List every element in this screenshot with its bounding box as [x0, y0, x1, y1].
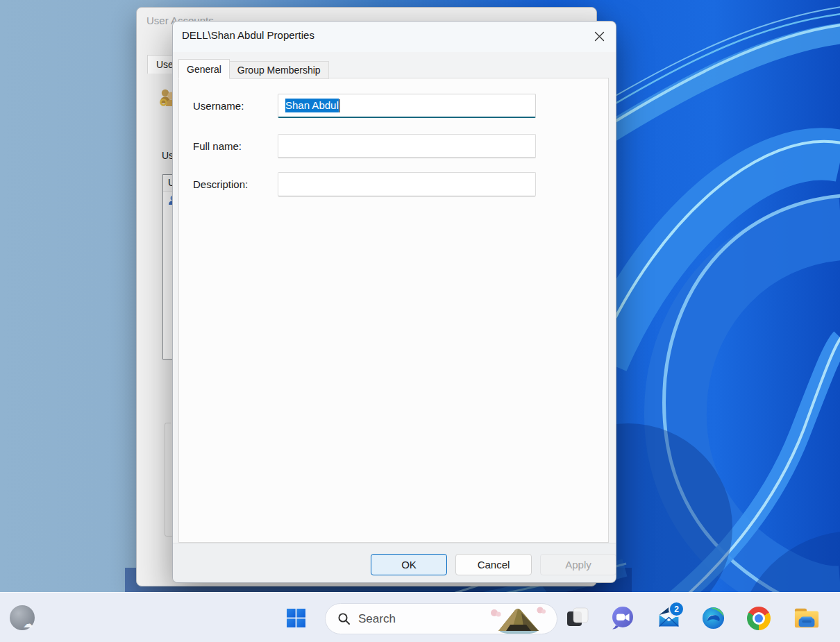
close-button[interactable] [587, 24, 612, 49]
general-tab-panel: Username: Shan Abdul Full name: Descript… [178, 78, 609, 543]
dialog-titlebar[interactable]: DELL\Shan Abdul Properties [173, 22, 616, 52]
search-highlight-mountain-image [485, 604, 551, 634]
tab-group-membership[interactable]: Group Membership [230, 61, 329, 79]
close-icon [593, 30, 606, 43]
search-input[interactable] [357, 611, 464, 627]
cloud-icon: ☁ [23, 618, 33, 629]
cancel-button[interactable]: Cancel [455, 554, 532, 575]
text-caret [339, 99, 340, 112]
dialog-button-strip: OK Cancel Apply [173, 543, 616, 583]
chat-video-icon [610, 605, 635, 630]
desktop: User Accounts Users Users for this compu… [0, 0, 840, 642]
teams-chat-button[interactable] [610, 605, 635, 630]
edge-icon [701, 606, 725, 630]
taskbar: ☁ [0, 592, 840, 642]
description-input[interactable] [278, 172, 536, 196]
taskbar-search-box[interactable] [325, 603, 557, 634]
full-name-input[interactable] [278, 134, 536, 158]
dialog-title: DELL\Shan Abdul Properties [182, 29, 314, 41]
task-view-icon [566, 605, 589, 629]
mail-unread-badge: 2 [669, 601, 684, 617]
start-button[interactable] [286, 609, 305, 628]
full-name-label: Full name: [193, 140, 242, 152]
username-input[interactable]: Shan Abdul [278, 94, 536, 118]
properties-dialog: DELL\Shan Abdul Properties General Group… [172, 21, 616, 583]
chrome-button[interactable] [747, 607, 771, 630]
description-label: Description: [193, 178, 248, 190]
username-selected-text: Shan Abdul [285, 99, 339, 112]
apply-button[interactable]: Apply [540, 554, 616, 575]
task-view-button[interactable] [565, 605, 590, 630]
dialog-tabstrip: General Group Membership [178, 59, 329, 78]
username-label: Username: [193, 100, 244, 112]
windows-logo-icon [287, 609, 305, 627]
file-explorer-button[interactable] [793, 607, 818, 632]
search-icon [337, 612, 351, 625]
widgets-weather-button[interactable]: ☁ [10, 605, 35, 630]
tab-general[interactable]: General [178, 59, 230, 79]
ok-button[interactable]: OK [371, 554, 447, 575]
edge-button[interactable] [700, 606, 725, 631]
file-explorer-icon [793, 607, 820, 630]
